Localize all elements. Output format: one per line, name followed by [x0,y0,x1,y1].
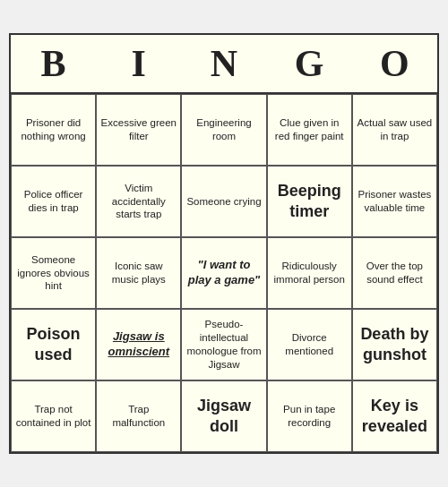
bingo-card: BINGO Prisoner did nothing wrongExcessiv… [9,33,439,454]
bingo-cell-9[interactable]: Prisoner wastes valuable time [352,166,437,237]
bingo-cell-14[interactable]: Over the top sound effect [352,237,437,309]
bingo-cell-23[interactable]: Pun in tape recording [267,380,352,452]
bingo-cell-6[interactable]: Victim accidentally starts trap [96,166,181,237]
bingo-cell-3[interactable]: Clue given in red finger paint [267,94,352,166]
bingo-cell-12[interactable]: "I want to play a game" [181,237,266,309]
bingo-header: BINGO [11,35,437,92]
bingo-cell-8[interactable]: Beeping timer [267,166,352,237]
bingo-cell-16[interactable]: Jigsaw is omniscient [96,309,181,380]
bingo-cell-10[interactable]: Someone ignores obvious hint [11,237,96,309]
bingo-cell-17[interactable]: Pseudo-intellectual monologue from Jigsa… [181,309,266,380]
bingo-letter-b: B [11,35,96,92]
bingo-letter-o: O [352,35,437,92]
bingo-cell-13[interactable]: Ridiculously immoral person [267,237,352,309]
bingo-cell-15[interactable]: Poison used [11,309,96,380]
bingo-cell-21[interactable]: Trap malfunction [96,380,181,452]
bingo-cell-2[interactable]: Engineering room [181,94,266,166]
bingo-cell-22[interactable]: Jigsaw doll [181,380,266,452]
bingo-cell-11[interactable]: Iconic saw music plays [96,237,181,309]
bingo-letter-n: N [181,35,266,92]
bingo-cell-4[interactable]: Actual saw used in trap [352,94,437,166]
bingo-cell-20[interactable]: Trap not contained in plot [11,380,96,452]
bingo-letter-g: G [267,35,352,92]
bingo-cell-5[interactable]: Police officer dies in trap [11,166,96,237]
bingo-letter-i: I [96,35,181,92]
bingo-cell-7[interactable]: Someone crying [181,166,266,237]
bingo-cell-19[interactable]: Death by gunshot [352,309,437,380]
bingo-cell-18[interactable]: Divorce mentioned [267,309,352,380]
bingo-grid: Prisoner did nothing wrongExcessive gree… [11,92,437,452]
bingo-cell-1[interactable]: Excessive green filter [96,94,181,166]
bingo-cell-0[interactable]: Prisoner did nothing wrong [11,94,96,166]
bingo-cell-24[interactable]: Key is revealed [352,380,437,452]
